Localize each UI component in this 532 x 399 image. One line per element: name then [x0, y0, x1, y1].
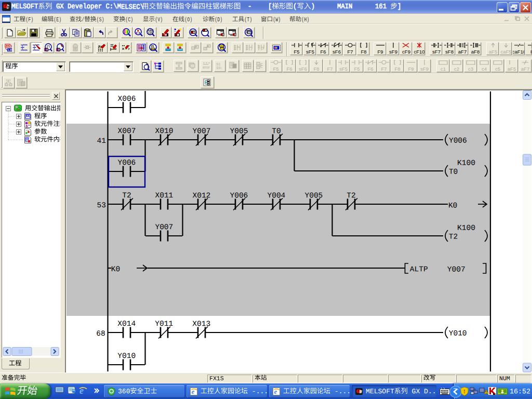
svg-text:161: 161	[375, 3, 390, 10]
svg-text:caF10: caF10	[513, 49, 524, 55]
svg-text:caF5: caF5	[500, 49, 511, 55]
svg-text:-...: -...	[248, 388, 267, 395]
svg-text:c2: c2	[454, 66, 459, 72]
svg-text:T0: T0	[272, 127, 281, 135]
svg-text:(S): (S)	[96, 16, 104, 23]
svg-text:aF7: aF7	[521, 66, 529, 72]
svg-text:F7: F7	[381, 66, 387, 72]
svg-text:(V): (V)	[155, 16, 163, 23]
svg-text:G: G	[356, 389, 360, 394]
svg-text:): )	[311, 3, 315, 10]
svg-text:MAIN: MAIN	[337, 3, 352, 10]
svg-text:sF9: sF9	[420, 66, 429, 72]
svg-text:Y010: Y010	[449, 329, 467, 337]
svg-text:F6: F6	[367, 66, 373, 72]
svg-text:Y007: Y007	[447, 265, 466, 273]
svg-text:ALTP: ALTP	[410, 265, 428, 273]
svg-text:123: 123	[148, 32, 152, 35]
svg-text:53: 53	[97, 201, 105, 209]
svg-text:error: error	[203, 65, 210, 69]
svg-text:(T): (T)	[244, 16, 252, 23]
svg-text:T2: T2	[122, 191, 131, 200]
svg-text:cF10: cF10	[414, 49, 424, 55]
svg-text:(H): (H)	[301, 16, 309, 23]
svg-text:S1: S1	[216, 62, 221, 66]
svg-text:cF9: cF9	[402, 49, 410, 55]
svg-text:aF5: aF5	[507, 66, 515, 72]
svg-text:-...: -...	[330, 388, 350, 395]
svg-text:X013: X013	[192, 320, 210, 328]
svg-text:K0: K0	[448, 201, 457, 209]
svg-text:Y007: Y007	[155, 223, 173, 231]
svg-text:F8: F8	[361, 49, 366, 55]
svg-text:S9↓: S9↓	[216, 66, 222, 70]
svg-text:X014: X014	[117, 320, 136, 328]
svg-text:F8: F8	[394, 66, 400, 72]
svg-text:Y006: Y006	[449, 136, 467, 144]
svg-text:sF6: sF6	[299, 66, 307, 72]
svg-text:F9: F9	[408, 66, 414, 72]
svg-text:LD: LD	[8, 48, 12, 51]
svg-text:41: 41	[97, 137, 106, 145]
svg-text:aF7: aF7	[458, 49, 467, 55]
svg-text:aF5: aF5	[489, 49, 497, 55]
svg-text:68: 68	[96, 329, 105, 338]
svg-text:c1: c1	[441, 66, 446, 72]
svg-text:T2: T2	[449, 232, 458, 241]
svg-text:F6: F6	[321, 49, 326, 55]
svg-text:c4: c4	[482, 66, 487, 72]
svg-text:X007: X007	[118, 127, 136, 135]
svg-text:Y007: Y007	[193, 127, 211, 135]
svg-text:K100: K100	[457, 158, 475, 167]
svg-text:[: [	[268, 3, 272, 10]
svg-text:(W): (W)	[273, 16, 281, 23]
svg-text:F5: F5	[354, 66, 360, 72]
svg-text:FX1S: FX1S	[209, 375, 224, 382]
svg-text:]: ]	[397, 3, 401, 10]
svg-text:NUM: NUM	[499, 375, 510, 382]
svg-text:K100: K100	[457, 223, 475, 232]
svg-text:-: -	[248, 3, 251, 10]
svg-text:!: !	[486, 391, 487, 394]
svg-text:sF6: sF6	[332, 49, 341, 55]
svg-text:sF8: sF8	[445, 49, 454, 55]
svg-text:X006: X006	[118, 95, 136, 103]
svg-text:Y011: Y011	[155, 320, 173, 328]
svg-text:(E): (E)	[54, 16, 61, 23]
svg-text:F5: F5	[273, 66, 278, 72]
svg-text:/: /	[82, 16, 84, 23]
svg-text:G: G	[4, 4, 7, 9]
svg-text:X011: X011	[155, 191, 173, 200]
svg-text:F6: F6	[286, 66, 292, 72]
svg-text:F7: F7	[347, 49, 353, 55]
svg-text:16:52: 16:52	[510, 388, 530, 395]
svg-text:F9: F9	[377, 49, 383, 55]
svg-text:X012: X012	[192, 191, 210, 200]
svg-text:(: (	[293, 3, 297, 10]
svg-text:MELSOFT: MELSOFT	[366, 388, 394, 395]
svg-text:(F): (F)	[25, 16, 33, 23]
svg-text:T0: T0	[449, 167, 458, 176]
svg-text:F5: F5	[294, 49, 299, 55]
svg-text:MELSOFT: MELSOFT	[11, 3, 38, 10]
svg-text:X010: X010	[155, 127, 174, 135]
svg-text:(C): (C)	[125, 16, 133, 23]
svg-text:360: 360	[118, 388, 130, 395]
svg-text:Y005: Y005	[230, 127, 248, 135]
svg-text:!: !	[463, 388, 466, 394]
svg-text:sF5: sF5	[339, 66, 348, 72]
svg-text:(D): (D)	[215, 16, 222, 23]
svg-text:Y004: Y004	[267, 191, 285, 200]
svg-text:K0: K0	[111, 265, 120, 273]
svg-text:F8: F8	[313, 66, 319, 72]
svg-text:Y010: Y010	[117, 352, 136, 360]
svg-text:GX D...: GX D...	[408, 388, 436, 395]
svg-text:sF7: sF7	[432, 49, 441, 55]
svg-text:sF9: sF9	[389, 49, 397, 55]
svg-text:Y006: Y006	[118, 158, 136, 167]
svg-text:T2: T2	[347, 191, 355, 200]
svg-text:GX Developer C:\MELSEC\: GX Developer C:\MELSEC\	[52, 3, 144, 10]
svg-text:F7: F7	[327, 66, 332, 72]
svg-text:sF5: sF5	[306, 49, 314, 55]
svg-text:Y006: Y006	[230, 191, 248, 200]
